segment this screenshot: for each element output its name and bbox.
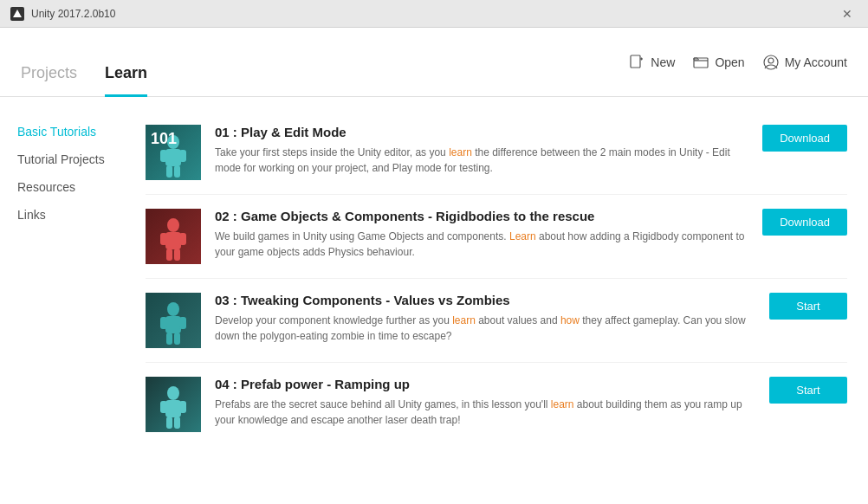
svg-rect-15 — [160, 233, 167, 245]
svg-rect-9 — [160, 150, 167, 162]
new-label: New — [651, 55, 675, 69]
svg-rect-16 — [179, 233, 186, 245]
tutorial-title-3: 03 : Tweaking Components - Values vs Zom… — [215, 293, 755, 307]
tutorial-info-1: 01 : Play & Edit Mode Take your first st… — [215, 125, 748, 176]
main-window: Projects Learn New — [0, 28, 868, 504]
tutorial-info-3: 03 : Tweaking Components - Values vs Zom… — [215, 293, 755, 344]
start-button-4[interactable]: Start — [769, 377, 847, 404]
tutorial-title-1: 01 : Play & Edit Mode — [215, 125, 748, 139]
open-button[interactable]: Open — [692, 54, 744, 71]
tutorial-action-4: Start — [769, 377, 847, 404]
sidebar-item-resources[interactable]: Resources — [14, 173, 125, 201]
tutorial-thumb-3 — [146, 293, 201, 348]
tab-projects[interactable]: Projects — [21, 64, 77, 97]
svg-rect-10 — [179, 150, 186, 162]
sidebar-item-basic-tutorials[interactable]: Basic Tutorials — [14, 118, 125, 145]
svg-rect-14 — [165, 232, 181, 249]
tutorial-title-4: 04 : Prefab power - Ramping up — [215, 377, 755, 391]
unity-logo-icon — [10, 7, 24, 21]
svg-point-19 — [167, 302, 179, 316]
svg-rect-11 — [166, 165, 172, 178]
account-button[interactable]: My Account — [762, 54, 847, 71]
svg-rect-27 — [160, 401, 167, 413]
svg-rect-24 — [174, 333, 180, 345]
nav-tabs: Projects Learn — [21, 28, 147, 96]
tutorial-desc-1: Take your first steps inside the Unity e… — [215, 145, 748, 176]
account-label: My Account — [785, 55, 847, 69]
tutorial-thumb-2 — [146, 209, 201, 264]
svg-rect-8 — [165, 149, 181, 166]
tutorial-list: 101 01 : Play & Edit Mode Take your firs… — [139, 97, 868, 504]
content-area: Basic Tutorials Tutorial Projects Resour… — [0, 97, 868, 504]
svg-rect-29 — [166, 417, 172, 429]
tutorial-action-2: Download — [762, 209, 847, 236]
download-button-2[interactable]: Download — [762, 209, 847, 236]
sidebar-item-tutorial-projects[interactable]: Tutorial Projects — [14, 145, 125, 173]
list-item: 101 01 : Play & Edit Mode Take your firs… — [146, 111, 847, 195]
close-button[interactable]: ✕ — [837, 5, 858, 23]
tab-learn[interactable]: Learn — [105, 64, 147, 97]
tutorial-desc-2: We build games in Unity using Game Objec… — [215, 229, 748, 260]
folder-icon — [692, 54, 709, 71]
tutorial-action-1: Download — [762, 125, 847, 152]
svg-point-25 — [167, 386, 179, 400]
svg-marker-0 — [13, 10, 22, 17]
svg-rect-30 — [174, 417, 180, 429]
tutorial-info-4: 04 : Prefab power - Ramping up Prefabs a… — [215, 377, 755, 428]
new-file-icon — [628, 54, 645, 71]
svg-rect-18 — [174, 249, 180, 261]
title-bar: Unity 2017.2.0b10 ✕ — [0, 0, 868, 28]
svg-rect-28 — [179, 401, 186, 413]
sidebar-item-links[interactable]: Links — [14, 201, 125, 229]
tutorial-thumb-4 — [146, 377, 201, 432]
top-nav: Projects Learn New — [0, 28, 868, 97]
tutorial-thumb-1: 101 — [146, 125, 201, 180]
svg-rect-22 — [179, 317, 186, 329]
user-icon — [762, 54, 780, 71]
open-label: Open — [715, 55, 744, 69]
svg-rect-17 — [166, 249, 172, 261]
svg-point-13 — [167, 218, 179, 232]
svg-rect-26 — [165, 400, 181, 417]
svg-rect-21 — [160, 317, 167, 329]
tutorial-action-3: Start — [769, 293, 847, 320]
svg-rect-12 — [174, 165, 180, 178]
tutorial-info-2: 02 : Game Objects & Components - Rigidbo… — [215, 209, 748, 260]
svg-point-6 — [768, 58, 774, 63]
title-bar-left: Unity 2017.2.0b10 — [10, 7, 115, 21]
start-button-3[interactable]: Start — [769, 293, 847, 320]
tutorial-desc-4: Prefabs are the secret sauce behind all … — [215, 397, 755, 428]
list-item: 04 : Prefab power - Ramping up Prefabs a… — [146, 363, 847, 446]
nav-actions: New Open — [628, 54, 847, 71]
svg-rect-20 — [165, 316, 181, 333]
tutorial-desc-3: Develop your component knowledge further… — [215, 313, 755, 344]
new-button[interactable]: New — [628, 54, 675, 71]
tutorial-title-2: 02 : Game Objects & Components - Rigidbo… — [215, 209, 748, 223]
list-item: 02 : Game Objects & Components - Rigidbo… — [146, 195, 847, 279]
window-title: Unity 2017.2.0b10 — [31, 8, 115, 20]
svg-rect-23 — [166, 333, 172, 345]
download-button-1[interactable]: Download — [762, 125, 847, 152]
sidebar: Basic Tutorials Tutorial Projects Resour… — [0, 97, 139, 504]
list-item: 03 : Tweaking Components - Values vs Zom… — [146, 279, 847, 363]
svg-rect-1 — [631, 55, 640, 68]
